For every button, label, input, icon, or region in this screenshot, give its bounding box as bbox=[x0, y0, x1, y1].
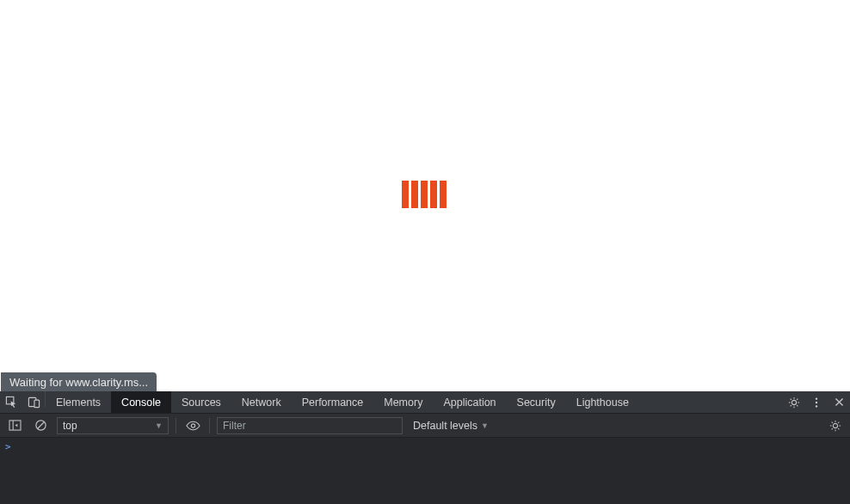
svg-point-3 bbox=[816, 397, 817, 399]
devtools-tabbar: Elements Console Sources Network Perform… bbox=[0, 391, 850, 414]
tab-console[interactable]: Console bbox=[111, 391, 171, 413]
tab-application[interactable]: Application bbox=[433, 391, 506, 413]
divider bbox=[176, 418, 176, 433]
svg-line-9 bbox=[37, 422, 44, 429]
log-levels-label: Default levels bbox=[413, 420, 477, 432]
filter-input[interactable] bbox=[217, 417, 403, 434]
tab-lighthouse[interactable]: Lighthouse bbox=[566, 391, 639, 413]
close-icon[interactable] bbox=[828, 391, 850, 413]
tab-elements[interactable]: Elements bbox=[46, 391, 111, 413]
console-body[interactable]: > bbox=[0, 438, 850, 504]
sidebar-toggle-icon[interactable] bbox=[5, 416, 24, 435]
divider bbox=[209, 418, 210, 433]
console-toolbar: top ▼ Default levels ▼ bbox=[0, 414, 850, 438]
tab-security[interactable]: Security bbox=[507, 391, 566, 413]
tab-sources[interactable]: Sources bbox=[171, 391, 231, 413]
chevron-down-icon: ▼ bbox=[155, 421, 163, 430]
console-settings-icon[interactable] bbox=[826, 416, 845, 435]
inspect-element-icon[interactable] bbox=[0, 391, 22, 413]
status-text: Waiting for www.clarity.ms... bbox=[9, 376, 148, 389]
tab-performance[interactable]: Performance bbox=[292, 391, 374, 413]
loading-spinner bbox=[402, 181, 447, 208]
svg-point-10 bbox=[191, 423, 194, 427]
page-content bbox=[0, 0, 850, 391]
tab-memory[interactable]: Memory bbox=[373, 391, 433, 413]
console-prompt: > bbox=[5, 441, 11, 452]
live-expression-icon[interactable] bbox=[183, 416, 202, 435]
more-icon[interactable] bbox=[805, 391, 828, 413]
context-selector[interactable]: top ▼ bbox=[57, 417, 169, 434]
device-toggle-icon[interactable] bbox=[22, 391, 45, 413]
clear-console-icon[interactable] bbox=[31, 416, 50, 435]
devtools-panel: Elements Console Sources Network Perform… bbox=[0, 391, 850, 504]
browser-status-bar: Waiting for www.clarity.ms... bbox=[1, 372, 157, 391]
log-levels-selector[interactable]: Default levels ▼ bbox=[410, 420, 492, 432]
svg-point-5 bbox=[816, 405, 817, 407]
svg-point-4 bbox=[816, 401, 817, 403]
svg-rect-2 bbox=[34, 400, 39, 407]
chevron-down-icon: ▼ bbox=[481, 421, 489, 430]
tab-network[interactable]: Network bbox=[231, 391, 292, 413]
context-label: top bbox=[63, 420, 77, 432]
settings-icon[interactable] bbox=[783, 391, 805, 413]
